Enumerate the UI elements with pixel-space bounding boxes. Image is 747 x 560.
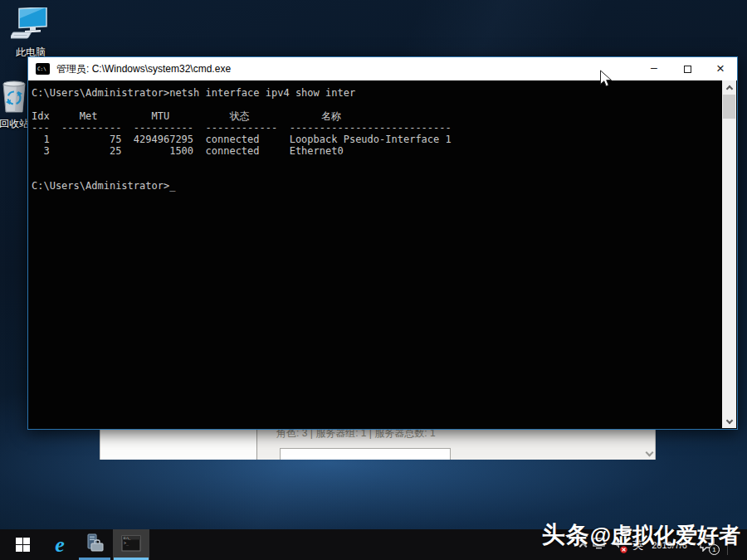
cmd-titlebar[interactable]: C:\ 管理员: C:\Windows\system32\cmd.exe – × bbox=[28, 57, 737, 80]
taskbar-item-server-manager[interactable] bbox=[78, 529, 111, 560]
close-icon: × bbox=[716, 61, 725, 77]
desktop-icon-this-pc[interactable]: 此电脑 bbox=[6, 7, 56, 60]
cmd-window[interactable]: C:\ 管理员: C:\Windows\system32\cmd.exe – ×… bbox=[27, 56, 738, 430]
maximize-button[interactable] bbox=[671, 57, 704, 80]
scrollbar-up-icon[interactable] bbox=[722, 80, 736, 94]
internet-explorer-icon: e bbox=[55, 533, 65, 558]
server-manager-field-fragment[interactable] bbox=[280, 448, 451, 460]
watermark-account: @虚拟化爱好者 bbox=[590, 523, 740, 548]
desktop: 此电脑 回收站 角色: 3 | 服务器组: 1 | 服务器总数: 1 C:\ 管… bbox=[0, 0, 747, 560]
server-manager-icon bbox=[85, 533, 105, 557]
taskbar-item-internet-explorer[interactable]: e bbox=[43, 529, 76, 560]
windows-logo-icon bbox=[16, 538, 30, 552]
console-caret: _ bbox=[169, 180, 175, 192]
watermark-brand: 头条 bbox=[542, 522, 590, 548]
scrollbar-thumb[interactable] bbox=[723, 95, 735, 119]
svg-text:>_: >_ bbox=[124, 540, 129, 546]
taskbar-item-cmd-active[interactable]: C:\_ >_ bbox=[113, 529, 149, 560]
minimize-button[interactable]: – bbox=[637, 57, 671, 80]
maximize-icon bbox=[684, 66, 691, 73]
console-output-area[interactable]: C:\Users\Administrator>netsh interface i… bbox=[29, 80, 722, 428]
close-button[interactable]: × bbox=[704, 57, 737, 80]
window-title: 管理员: C:\Windows\system32\cmd.exe bbox=[56, 62, 231, 76]
this-pc-icon bbox=[11, 32, 51, 43]
scroll-down-icon[interactable] bbox=[647, 450, 653, 456]
recycle-bin-label: 回收站 bbox=[0, 117, 30, 131]
recycle-bin-icon bbox=[0, 105, 28, 116]
watermark: 头条@虚拟化爱好者 bbox=[542, 519, 740, 551]
server-manager-window-fragment[interactable]: 角色: 3 | 服务器组: 1 | 服务器总数: 1 bbox=[100, 430, 656, 460]
svg-text:C:\_: C:\_ bbox=[124, 536, 131, 539]
console-scrollbar[interactable] bbox=[722, 80, 736, 428]
server-manager-left-pane bbox=[100, 430, 257, 460]
console-text: C:\Users\Administrator>netsh interface i… bbox=[29, 80, 722, 192]
desktop-icon-recycle-bin[interactable]: 回收站 bbox=[0, 77, 30, 131]
minimize-icon: – bbox=[651, 61, 657, 74]
start-button[interactable] bbox=[5, 529, 40, 560]
mouse-cursor bbox=[599, 70, 613, 92]
scrollbar-down-icon[interactable] bbox=[722, 415, 736, 428]
cmd-app-icon: C:\ bbox=[36, 63, 50, 75]
cmd-taskbar-icon: C:\_ >_ bbox=[121, 535, 141, 555]
